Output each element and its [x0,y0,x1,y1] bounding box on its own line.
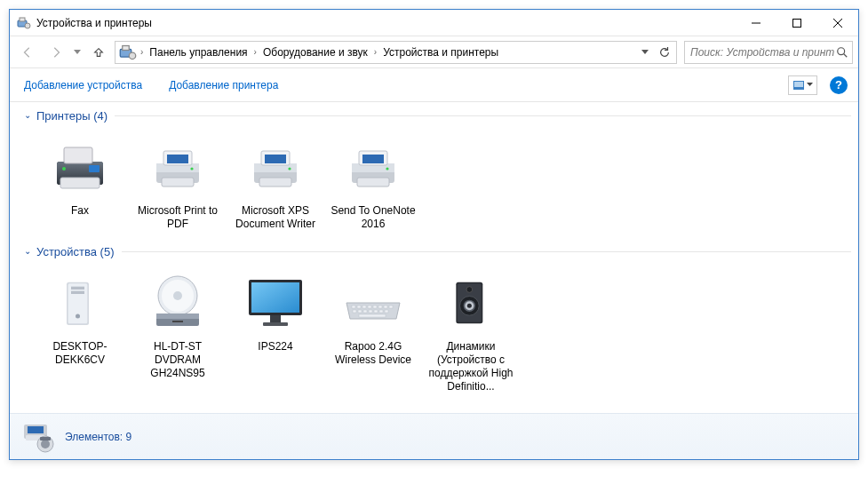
item-fax[interactable]: Fax [31,131,129,234]
svg-rect-60 [384,306,387,308]
speaker-icon [439,271,503,335]
monitor-icon [243,271,307,335]
svg-rect-68 [385,310,388,313]
item-label: Динамики (Устройство с поддержкой High D… [426,340,516,393]
item-label: Microsoft XPS Document Writer [230,204,321,231]
svg-point-2 [25,23,30,28]
item-label: Fax [71,204,89,218]
printers-items: Fax Microsoft Print to PD [10,126,858,242]
addressbar-icon [119,44,137,61]
svg-point-19 [62,167,66,171]
chevron-right-icon[interactable]: › [252,47,259,57]
item-xps-writer[interactable]: Microsoft XPS Document Writer [227,131,324,234]
svg-point-76 [466,287,473,293]
svg-point-45 [173,291,182,300]
crumb-control-panel[interactable]: Панель управления [145,42,251,63]
computer-icon [48,271,112,335]
svg-point-9 [129,52,136,60]
svg-rect-58 [373,306,377,308]
crumb-hardware-sound[interactable]: Оборудование и звук [259,42,372,63]
item-label: Send To OneNote 2016 [328,204,418,231]
svg-rect-13 [794,82,803,87]
svg-rect-63 [358,310,362,313]
item-label: Rapoo 2.4G Wireless Device [328,340,418,367]
svg-rect-1 [20,18,25,21]
svg-rect-51 [251,282,299,313]
titlebar: Устройства и принтеры [10,10,858,36]
item-keyboard[interactable]: Rapoo 2.4G Wireless Device [324,267,422,397]
devices-printers-icon [17,16,31,30]
svg-rect-55 [357,306,361,308]
svg-rect-35 [362,155,384,163]
svg-rect-8 [123,45,130,50]
search-box[interactable] [684,41,853,64]
svg-rect-54 [352,306,355,308]
up-button[interactable] [86,41,111,64]
item-label: IPS224 [258,340,292,353]
help-button[interactable]: ? [830,76,848,94]
search-input[interactable] [689,45,836,60]
section-devices-title: Устройства (5) [36,245,115,258]
svg-rect-36 [357,178,389,187]
add-printer-button[interactable]: Добавление принтера [165,74,282,97]
chevron-down-icon: ⌄ [24,110,31,120]
item-onenote[interactable]: Send To OneNote 2016 [324,131,422,234]
item-monitor[interactable]: IPS224 [227,267,324,397]
section-devices-header[interactable]: ⌄ Устройства (5) [10,242,858,262]
svg-rect-52 [270,315,281,322]
svg-rect-59 [378,306,382,308]
svg-rect-30 [259,178,291,187]
svg-point-31 [288,167,291,170]
svg-point-75 [467,304,472,308]
svg-rect-17 [60,178,100,188]
svg-rect-18 [89,165,100,172]
close-button[interactable] [817,10,858,36]
chevron-right-icon[interactable]: › [372,47,378,57]
svg-rect-82 [40,437,51,440]
printer-icon [341,135,405,199]
content-area: ⌄ Принтеры (4) [10,102,858,413]
svg-point-25 [190,167,193,170]
svg-rect-40 [71,287,84,290]
item-dvd-drive[interactable]: HL-DT-ST DVDRAM GH24NS95 [129,267,227,397]
crumb-devices-printers[interactable]: Устройства и принтеры [378,42,503,63]
forward-button[interactable] [44,41,68,64]
section-printers-title: Принтеры (4) [36,109,108,123]
maximize-button[interactable] [776,10,817,36]
svg-rect-41 [71,291,84,294]
item-label: HL-DT-ST DVDRAM GH24NS95 [132,340,223,380]
svg-rect-16 [64,147,92,163]
svg-rect-65 [369,310,372,313]
history-dropdown[interactable] [72,50,83,55]
window-title: Устройства и принтеры [36,17,736,29]
chevron-right-icon[interactable]: › [139,47,145,57]
svg-line-11 [844,53,848,57]
addressbar-dropdown[interactable] [635,42,655,63]
svg-rect-78 [28,426,44,433]
minimize-button[interactable] [736,10,776,36]
address-bar[interactable]: › Панель управления › Оборудование и зву… [115,41,677,64]
svg-rect-56 [362,306,366,308]
fax-icon [48,135,112,199]
window: Устройства и принтеры [9,9,859,460]
item-speakers[interactable]: Динамики (Устройство с поддержкой High D… [422,267,520,397]
refresh-button[interactable] [655,42,674,63]
svg-rect-62 [353,310,356,313]
add-device-button[interactable]: Добавление устройства [20,74,146,97]
view-options-button[interactable] [788,75,817,95]
item-label: DESKTOP-DEKK6CV [35,340,125,367]
item-print-to-pdf[interactable]: Microsoft Print to PDF [129,131,227,234]
section-printers-header[interactable]: ⌄ Принтеры (4) [10,106,858,126]
svg-rect-48 [172,321,183,322]
svg-rect-29 [265,155,286,163]
navbar: › Панель управления › Оборудование и зву… [10,36,858,68]
statusbar-icon [20,419,56,455]
item-desktop[interactable]: DESKTOP-DEKK6CV [31,267,129,397]
svg-rect-53 [263,322,288,326]
statusbar: Элементов: 9 [10,413,858,459]
back-button[interactable] [15,41,40,64]
printer-icon [243,135,307,199]
statusbar-count: Элементов: 9 [65,431,131,443]
search-icon[interactable] [836,46,848,59]
svg-rect-66 [374,310,378,313]
